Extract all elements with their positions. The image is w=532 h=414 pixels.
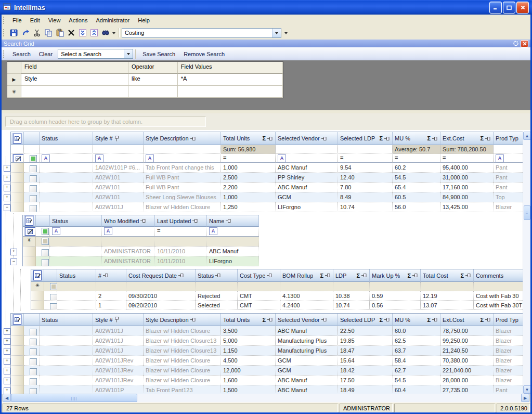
grid-cell[interactable]: 99,250.00 (440, 336, 494, 346)
expand-button[interactable]: + (4, 338, 10, 345)
filter-row-icon[interactable] (25, 227, 36, 236)
text-filter-button[interactable]: A (496, 154, 504, 162)
pin-icon[interactable] (325, 273, 331, 278)
grid-cell[interactable]: 84,900.00 (440, 192, 494, 202)
row-checkbox[interactable] (30, 348, 37, 356)
grid-cell[interactable]: Blazer (494, 366, 525, 376)
clear-button[interactable]: Clear (35, 49, 57, 59)
add-row-cell[interactable] (36, 237, 50, 247)
grid-cell[interactable]: 13.07 (421, 301, 474, 310)
pin-icon[interactable] (178, 273, 184, 278)
column-header-cost-request-date[interactable]: Cost Request Date (126, 269, 196, 282)
grid-cell[interactable]: Manufacturing Plus (276, 336, 338, 346)
grid-band-button[interactable] (31, 269, 44, 282)
grid-cell[interactable]: A02W101J (93, 336, 144, 346)
add-new-row[interactable]: ✳ (31, 282, 524, 291)
grid-cell[interactable]: 0.56 (370, 301, 421, 310)
checkbox-cell[interactable] (24, 202, 40, 212)
grid-cell[interactable]: 1,500 (221, 385, 276, 394)
column-header-status[interactable]: Status (40, 132, 93, 145)
sum-icon[interactable]: Σ (356, 273, 360, 279)
find-icon[interactable] (100, 28, 111, 38)
grid-cell[interactable]: Blazer w/ Hidden Closure (144, 366, 221, 376)
grid-cell[interactable]: ABC Manuf (276, 385, 338, 394)
add-row-cell[interactable] (238, 282, 280, 291)
scroll-down-button[interactable]: ▼ (523, 385, 530, 394)
grid-cell[interactable]: LIForgno (276, 202, 338, 212)
grid-cell[interactable]: PP Shirley (276, 173, 338, 183)
add-row-cell[interactable] (474, 282, 524, 291)
close-button[interactable] (516, 2, 529, 14)
column-header-style[interactable]: Style # (93, 314, 144, 326)
chevron-down-icon[interactable] (272, 29, 281, 37)
entity-combobox[interactable]: Costing (122, 28, 281, 38)
grid-cell[interactable]: ABC Manuf (276, 376, 338, 385)
grid-cell[interactable]: Top (494, 192, 525, 202)
row-checkbox[interactable] (42, 238, 49, 245)
pin-icon[interactable] (192, 218, 198, 223)
add-row-cell[interactable] (207, 237, 259, 247)
grid-cell[interactable]: Blazer (494, 326, 525, 336)
row-selector[interactable] (31, 291, 44, 301)
grid-edit-icon[interactable] (33, 270, 42, 280)
row-checkbox[interactable] (30, 165, 37, 173)
sum-icon[interactable]: Σ (427, 317, 431, 323)
title-bar[interactable]: Intellimas (0, 0, 532, 15)
column-header-prod-typ[interactable]: Prod Typ (494, 314, 525, 326)
grid-cell[interactable]: 1A02W101P #6... (93, 163, 144, 173)
grid-cell[interactable]: Pant (494, 163, 525, 173)
grid-cell[interactable]: 8.49 (338, 192, 393, 202)
grid-cell[interactable]: 09/20/2010 (126, 301, 196, 310)
expand-button[interactable]: + (10, 249, 17, 255)
menu-administrator[interactable]: Administrator (92, 16, 134, 25)
grid-cell[interactable]: 63.7 (393, 346, 440, 356)
pin-icon[interactable] (190, 317, 196, 322)
grid-cell[interactable]: 60.4 (393, 385, 440, 394)
column-header-name[interactable]: Name (207, 215, 259, 227)
sum-icon[interactable]: Σ (262, 135, 266, 141)
add-row-cell[interactable] (196, 282, 238, 291)
column-header-mu[interactable]: MU %Σ (393, 314, 440, 326)
grid-cell[interactable]: ADMINISTRATOR (102, 256, 155, 266)
pin-icon[interactable] (140, 218, 146, 223)
add-row-cell[interactable] (44, 282, 57, 291)
numeric-filter-button[interactable]: = (443, 154, 446, 161)
grid-cell[interactable] (40, 385, 93, 394)
numeric-filter-button[interactable]: = (340, 154, 343, 161)
checkbox-cell[interactable] (24, 376, 40, 385)
grid-edit-icon[interactable] (13, 315, 21, 325)
saved-search-combobox[interactable]: Select a Search (58, 49, 133, 59)
column-header-selected-vendor[interactable]: Selected Vendor (276, 132, 338, 145)
pin-icon[interactable] (361, 273, 367, 278)
filter-checkbox[interactable] (42, 228, 49, 235)
grid-cell[interactable]: CMT (238, 301, 280, 310)
remove-search-button[interactable]: Remove Search (179, 49, 229, 59)
pin-icon[interactable] (384, 317, 390, 322)
horizontal-scroll-thumb[interactable]: |||| (11, 394, 137, 402)
grid-cell[interactable]: Full WB Pant (144, 183, 221, 192)
grid-cell[interactable]: ABC Manuf (276, 163, 338, 173)
checkbox-cell[interactable] (24, 192, 40, 202)
sum-icon[interactable]: Σ (460, 273, 464, 279)
grid-cell[interactable]: 10/11/2010 (155, 256, 207, 266)
row-selector[interactable] (23, 247, 36, 256)
filter-checkbox[interactable] (30, 155, 37, 162)
grid-edit-icon[interactable] (25, 216, 33, 226)
grid-cell[interactable]: Blazer (494, 336, 525, 346)
delete-icon[interactable] (66, 28, 77, 38)
grid-cell[interactable]: LIForgno (207, 256, 259, 266)
column-header-prod-typ[interactable]: Prod Typ (494, 132, 525, 145)
expand-button[interactable]: + (4, 348, 10, 355)
add-row-cell[interactable] (102, 237, 155, 247)
add-row-selector[interactable]: ✳ (23, 237, 36, 247)
text-filter-button[interactable]: A (42, 154, 50, 162)
checkbox-cell[interactable] (24, 326, 40, 336)
checkbox-cell[interactable] (24, 356, 40, 366)
sum-icon[interactable]: Σ (320, 273, 323, 279)
grid-cell[interactable]: Manufacturing Plus (276, 346, 338, 356)
expand-button[interactable]: + (4, 195, 10, 201)
grid-cell[interactable]: ABC Manuf (207, 247, 259, 256)
grid-cell[interactable]: A02W101JRev (93, 356, 144, 366)
column-header-style[interactable]: Style # (93, 132, 144, 145)
grid-cell[interactable]: 2,200 (221, 183, 276, 192)
